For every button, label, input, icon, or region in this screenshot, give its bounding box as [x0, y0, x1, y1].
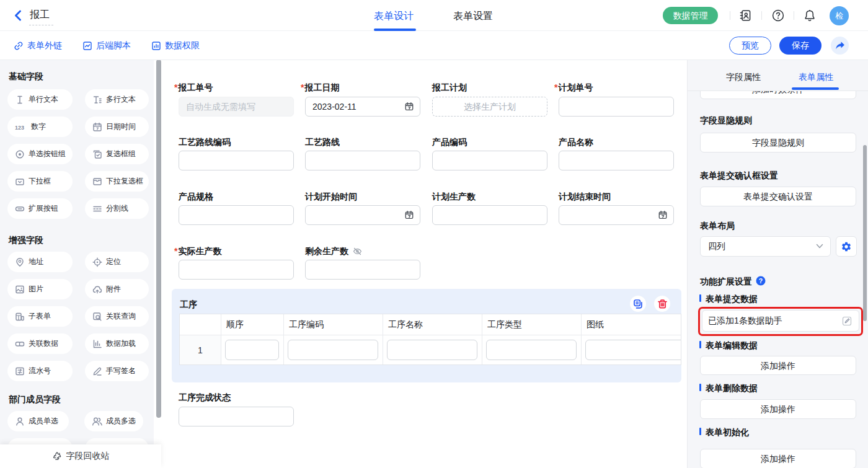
svg-text:123: 123: [15, 125, 24, 131]
svg-text:?: ?: [759, 277, 763, 285]
